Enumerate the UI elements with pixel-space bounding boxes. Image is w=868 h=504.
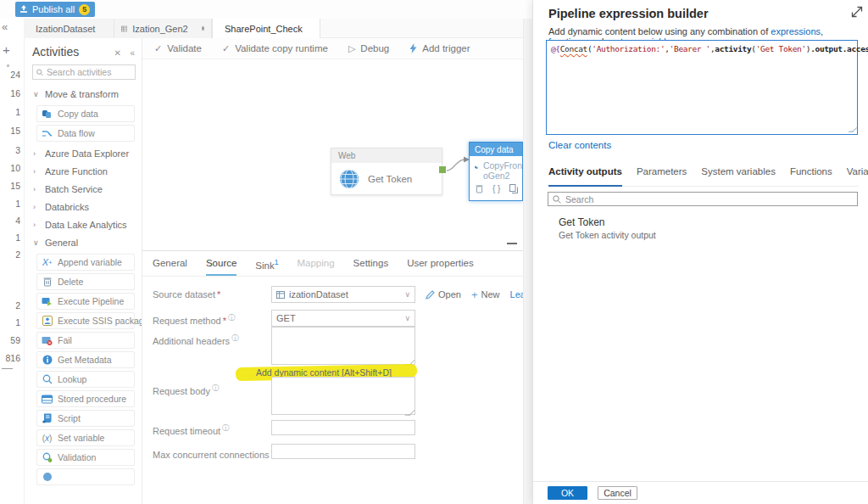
- group-label: Data Lake Analytics: [45, 220, 127, 230]
- info-icon: ⓘ: [222, 423, 230, 432]
- expression-search[interactable]: [548, 192, 858, 206]
- activity-script[interactable]: Script: [36, 410, 135, 427]
- tab-settings[interactable]: Settings: [353, 258, 389, 276]
- rail-number: 2: [0, 300, 20, 311]
- rail-number: 59: [0, 335, 20, 345]
- ok-button[interactable]: OK: [548, 486, 587, 500]
- activity-label: Execute SSIS package: [58, 316, 142, 326]
- request-method-dropdown[interactable]: GET ∨: [271, 310, 415, 327]
- footer-divider: [533, 481, 868, 482]
- request-timeout-label: Request timeoutⓘ: [153, 420, 271, 436]
- group-label: Databricks: [45, 202, 89, 212]
- activity-output-item[interactable]: Get Token Get Token activity output: [559, 216, 656, 240]
- tab-activity-outputs[interactable]: Activity outputs: [548, 166, 622, 187]
- clone-node-icon[interactable]: [509, 184, 518, 193]
- activity-validation[interactable]: Validation: [36, 449, 135, 466]
- globe-icon: [339, 169, 359, 189]
- activity-data-flow[interactable]: Data flow: [36, 125, 135, 142]
- activity-lookup[interactable]: Lookup: [36, 371, 135, 388]
- group-batch-service[interactable]: › Batch Service: [25, 180, 142, 198]
- max-connections-input[interactable]: [271, 444, 415, 459]
- collapse-panel-icon[interactable]: «: [130, 48, 135, 58]
- activity-execute-pipeline[interactable]: Execute Pipeline: [36, 293, 135, 310]
- source-dataset-dropdown[interactable]: izationDataset ∨: [271, 286, 415, 303]
- activity-label: Script: [58, 413, 81, 423]
- request-body-textarea[interactable]: [271, 377, 415, 415]
- rail-number: 816: [0, 353, 20, 363]
- editor-resize-grip[interactable]: [848, 127, 857, 132]
- additional-headers-textarea[interactable]: [271, 327, 415, 365]
- activity-stored-procedure[interactable]: Stored procedure: [36, 390, 135, 407]
- tab-label: IzationDataset: [36, 24, 95, 34]
- chevron-down-icon: ∨: [33, 90, 40, 98]
- expand-panel-icon[interactable]: [850, 5, 864, 19]
- expression-builder-title: Pipeline expression builder: [548, 7, 709, 20]
- group-azure-function[interactable]: › Azure Function: [25, 162, 142, 180]
- tab-sharepoint-check[interactable]: SharePoint_Check: [212, 19, 320, 38]
- delete-node-icon[interactable]: [476, 184, 483, 193]
- validate-copy-runtime-button[interactable]: ✓ Validate copy runtime: [222, 43, 328, 54]
- panel-resize-handle[interactable]: [507, 243, 517, 244]
- collapse-left-icon[interactable]: «: [2, 20, 8, 33]
- expression-search-input[interactable]: [565, 194, 853, 204]
- debug-button[interactable]: ▷ Debug: [348, 43, 389, 54]
- tab-general[interactable]: General: [153, 258, 187, 276]
- activity-execute-ssis-package[interactable]: Execute SSIS package: [36, 312, 135, 329]
- tab-system-variables[interactable]: System variables: [701, 166, 776, 181]
- open-dataset-button[interactable]: Open: [426, 286, 461, 303]
- copy-data-activity-node[interactable]: Copy data CopyFron oGen2 { }: [469, 142, 523, 201]
- rail-number: 4: [0, 216, 20, 226]
- activity-copy-data[interactable]: Copy data: [36, 105, 135, 122]
- tab-sink[interactable]: Sink1: [255, 258, 278, 276]
- dataset-icon: [276, 291, 285, 299]
- tab-izationdataset[interactable]: IzationDataset: [24, 19, 114, 38]
- add-resource-icon[interactable]: +: [3, 42, 10, 57]
- validate-button[interactable]: ✓ Validate: [154, 43, 202, 54]
- activity-label: Lookup: [58, 374, 86, 384]
- activity-label: Get Metadata: [58, 355, 112, 365]
- tab-user-properties[interactable]: User properties: [407, 258, 474, 276]
- add-trigger-label: Add trigger: [422, 43, 470, 53]
- group-label: Azure Function: [45, 166, 108, 176]
- activity-label: Delete: [58, 277, 83, 287]
- tab-variables[interactable]: Variables: [847, 166, 868, 181]
- node-output-port[interactable]: [439, 166, 446, 173]
- tab-functions[interactable]: Functions: [790, 166, 832, 181]
- chevron-down-icon: ∨: [404, 314, 410, 322]
- group-databricks[interactable]: › Databricks: [25, 198, 142, 216]
- activity-set-variable[interactable]: (x) Set variable: [36, 429, 135, 446]
- tab-parameters[interactable]: Parameters: [637, 166, 687, 181]
- lightning-icon: [409, 43, 417, 53]
- expressions-link[interactable]: expressions: [771, 26, 821, 36]
- new-dataset-button[interactable]: + New: [471, 286, 500, 303]
- group-move-transform[interactable]: ∨ Move & transform: [25, 85, 142, 103]
- request-timeout-input[interactable]: [271, 420, 415, 435]
- stored-procedure-icon: [42, 394, 53, 405]
- activities-search[interactable]: [32, 64, 136, 80]
- group-general[interactable]: ∨ General: [25, 233, 142, 251]
- pipeline-canvas[interactable]: Web Get Token Copy data: [142, 59, 523, 250]
- add-trigger-button[interactable]: Add trigger: [409, 43, 470, 53]
- expression-code-editor[interactable]: @{Concat('Authorization:','Bearer ',acti…: [546, 40, 858, 135]
- activity-get-metadata[interactable]: Get Metadata: [36, 351, 135, 368]
- pin-panel-icon[interactable]: ✕: [114, 48, 121, 58]
- code-view-icon[interactable]: { }: [492, 184, 500, 193]
- clear-contents-link[interactable]: Clear contents: [548, 140, 611, 150]
- validate-label: Validate: [167, 43, 202, 53]
- cancel-button[interactable]: Cancel: [598, 486, 637, 500]
- publish-all-button[interactable]: Publish all 5: [15, 2, 95, 17]
- chevron-right-icon: ›: [33, 149, 40, 158]
- activity-partial[interactable]: [36, 468, 135, 485]
- activities-search-input[interactable]: [47, 67, 131, 77]
- tab-source[interactable]: Source: [206, 258, 236, 276]
- group-data-lake-analytics[interactable]: › Data Lake Analytics: [25, 216, 142, 233]
- execute-ssis-icon: [42, 316, 53, 327]
- activity-fail[interactable]: Fail: [36, 332, 135, 349]
- group-azure-data-explorer[interactable]: › Azure Data Explorer: [25, 144, 142, 162]
- main-scrollbar-track[interactable]: [523, 19, 532, 504]
- web-activity-node[interactable]: Web Get Token: [331, 148, 442, 195]
- node-type-label: Copy data: [470, 143, 522, 156]
- tab-ization-gen2[interactable]: Ization_Gen2: [114, 19, 212, 38]
- activity-delete[interactable]: Delete: [36, 273, 135, 290]
- activity-append-variable[interactable]: X+ Append variable: [36, 254, 135, 271]
